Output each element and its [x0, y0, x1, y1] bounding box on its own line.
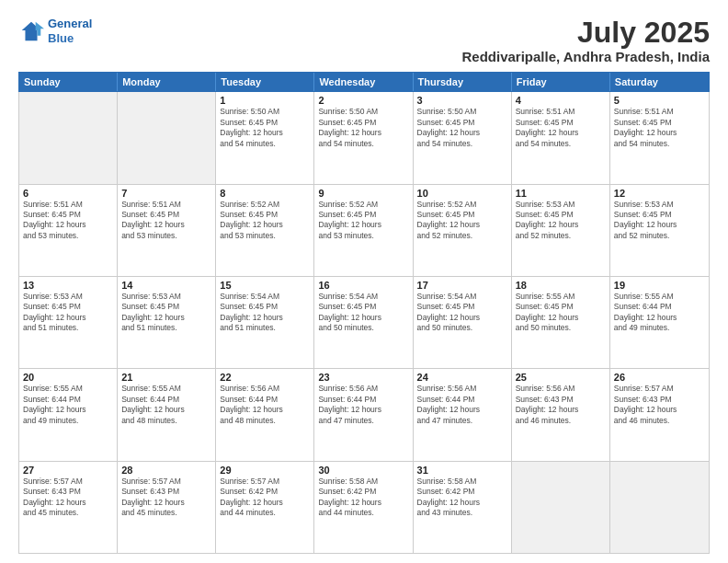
- day-info: Sunrise: 5:54 AM Sunset: 6:45 PM Dayligh…: [220, 292, 310, 334]
- day-info: Sunrise: 5:57 AM Sunset: 6:42 PM Dayligh…: [220, 477, 310, 519]
- calendar-cell: 21Sunrise: 5:55 AM Sunset: 6:44 PM Dayli…: [118, 369, 216, 460]
- day-number: 1: [220, 95, 310, 106]
- logo: General Blue: [18, 17, 92, 45]
- calendar-cell: 30Sunrise: 5:58 AM Sunset: 6:42 PM Dayli…: [314, 462, 413, 553]
- day-number: 17: [417, 280, 507, 291]
- calendar-row-3: 13Sunrise: 5:53 AM Sunset: 6:45 PM Dayli…: [19, 277, 709, 369]
- day-info: Sunrise: 5:53 AM Sunset: 6:45 PM Dayligh…: [614, 200, 705, 242]
- calendar-cell: 27Sunrise: 5:57 AM Sunset: 6:43 PM Dayli…: [19, 462, 118, 553]
- day-number: 11: [516, 188, 606, 199]
- calendar-cell: 14Sunrise: 5:53 AM Sunset: 6:45 PM Dayli…: [118, 277, 216, 368]
- calendar-cell: 18Sunrise: 5:55 AM Sunset: 6:45 PM Dayli…: [512, 277, 610, 368]
- calendar-cell: 4Sunrise: 5:51 AM Sunset: 6:45 PM Daylig…: [512, 92, 610, 183]
- header-day-monday: Monday: [118, 73, 216, 91]
- day-info: Sunrise: 5:57 AM Sunset: 6:43 PM Dayligh…: [121, 477, 211, 519]
- day-info: Sunrise: 5:56 AM Sunset: 6:44 PM Dayligh…: [220, 384, 310, 426]
- calendar-cell: 15Sunrise: 5:54 AM Sunset: 6:45 PM Dayli…: [216, 277, 314, 368]
- day-info: Sunrise: 5:56 AM Sunset: 6:44 PM Dayligh…: [417, 384, 507, 426]
- calendar-cell: 20Sunrise: 5:55 AM Sunset: 6:44 PM Dayli…: [19, 369, 118, 460]
- calendar-cell: 23Sunrise: 5:56 AM Sunset: 6:44 PM Dayli…: [314, 369, 413, 460]
- logo-line2: Blue: [48, 31, 74, 45]
- calendar-cell: 24Sunrise: 5:56 AM Sunset: 6:44 PM Dayli…: [414, 369, 512, 460]
- day-info: Sunrise: 5:57 AM Sunset: 6:43 PM Dayligh…: [23, 477, 113, 519]
- day-number: 2: [318, 95, 408, 106]
- calendar-cell: 28Sunrise: 5:57 AM Sunset: 6:43 PM Dayli…: [118, 462, 216, 553]
- calendar-cell: 25Sunrise: 5:56 AM Sunset: 6:43 PM Dayli…: [512, 369, 610, 460]
- day-info: Sunrise: 5:55 AM Sunset: 6:45 PM Dayligh…: [516, 292, 606, 334]
- day-number: 16: [318, 280, 408, 291]
- day-info: Sunrise: 5:58 AM Sunset: 6:42 PM Dayligh…: [318, 477, 408, 519]
- calendar-cell: 16Sunrise: 5:54 AM Sunset: 6:45 PM Dayli…: [314, 277, 413, 368]
- logo-line1: General: [48, 17, 92, 30]
- calendar-cell: 12Sunrise: 5:53 AM Sunset: 6:45 PM Dayli…: [610, 185, 709, 276]
- day-info: Sunrise: 5:55 AM Sunset: 6:44 PM Dayligh…: [614, 292, 705, 334]
- day-number: 12: [614, 188, 705, 199]
- calendar-cell: 17Sunrise: 5:54 AM Sunset: 6:45 PM Dayli…: [414, 277, 512, 368]
- day-info: Sunrise: 5:52 AM Sunset: 6:45 PM Dayligh…: [417, 200, 507, 242]
- day-info: Sunrise: 5:58 AM Sunset: 6:42 PM Dayligh…: [417, 477, 507, 519]
- day-number: 26: [614, 372, 705, 383]
- day-info: Sunrise: 5:50 AM Sunset: 6:45 PM Dayligh…: [318, 107, 408, 149]
- calendar-cell: 22Sunrise: 5:56 AM Sunset: 6:44 PM Dayli…: [216, 369, 314, 460]
- day-number: 10: [417, 188, 507, 199]
- day-number: 15: [220, 280, 310, 291]
- calendar-cell: 6Sunrise: 5:51 AM Sunset: 6:45 PM Daylig…: [19, 185, 118, 276]
- logo-icon: [18, 18, 44, 44]
- calendar-cell: 29Sunrise: 5:57 AM Sunset: 6:42 PM Dayli…: [216, 462, 314, 553]
- day-info: Sunrise: 5:53 AM Sunset: 6:45 PM Dayligh…: [516, 200, 606, 242]
- day-info: Sunrise: 5:52 AM Sunset: 6:45 PM Dayligh…: [318, 200, 408, 242]
- month-title: July 2025: [461, 17, 710, 49]
- day-info: Sunrise: 5:56 AM Sunset: 6:43 PM Dayligh…: [516, 384, 606, 426]
- day-number: 8: [220, 188, 310, 199]
- calendar-header: SundayMondayTuesdayWednesdayThursdayFrid…: [18, 72, 710, 92]
- day-info: Sunrise: 5:51 AM Sunset: 6:45 PM Dayligh…: [121, 200, 211, 242]
- day-info: Sunrise: 5:55 AM Sunset: 6:44 PM Dayligh…: [121, 384, 211, 426]
- calendar-cell: 19Sunrise: 5:55 AM Sunset: 6:44 PM Dayli…: [610, 277, 709, 368]
- day-number: 6: [23, 188, 113, 199]
- calendar-cell: 1Sunrise: 5:50 AM Sunset: 6:45 PM Daylig…: [216, 92, 314, 183]
- day-info: Sunrise: 5:56 AM Sunset: 6:44 PM Dayligh…: [318, 384, 408, 426]
- day-number: 3: [417, 95, 507, 106]
- calendar-row-2: 6Sunrise: 5:51 AM Sunset: 6:45 PM Daylig…: [19, 185, 709, 277]
- day-info: Sunrise: 5:54 AM Sunset: 6:45 PM Dayligh…: [318, 292, 408, 334]
- day-number: 29: [220, 465, 310, 476]
- calendar-cell: 11Sunrise: 5:53 AM Sunset: 6:45 PM Dayli…: [512, 185, 610, 276]
- calendar-cell: 31Sunrise: 5:58 AM Sunset: 6:42 PM Dayli…: [414, 462, 512, 553]
- day-info: Sunrise: 5:53 AM Sunset: 6:45 PM Dayligh…: [23, 292, 113, 334]
- day-number: 27: [23, 465, 113, 476]
- calendar-cell: 26Sunrise: 5:57 AM Sunset: 6:43 PM Dayli…: [610, 369, 709, 460]
- calendar-body: 1Sunrise: 5:50 AM Sunset: 6:45 PM Daylig…: [18, 92, 710, 554]
- day-info: Sunrise: 5:55 AM Sunset: 6:44 PM Dayligh…: [23, 384, 113, 426]
- logo-text: General Blue: [48, 17, 92, 45]
- header-day-tuesday: Tuesday: [216, 73, 314, 91]
- header-day-wednesday: Wednesday: [314, 73, 413, 91]
- day-info: Sunrise: 5:53 AM Sunset: 6:45 PM Dayligh…: [121, 292, 211, 334]
- calendar-cell: 2Sunrise: 5:50 AM Sunset: 6:45 PM Daylig…: [314, 92, 413, 183]
- calendar-cell: [610, 462, 709, 553]
- day-info: Sunrise: 5:54 AM Sunset: 6:45 PM Dayligh…: [417, 292, 507, 334]
- calendar: SundayMondayTuesdayWednesdayThursdayFrid…: [18, 72, 710, 554]
- day-info: Sunrise: 5:52 AM Sunset: 6:45 PM Dayligh…: [220, 200, 310, 242]
- calendar-cell: 5Sunrise: 5:51 AM Sunset: 6:45 PM Daylig…: [610, 92, 709, 183]
- calendar-row-1: 1Sunrise: 5:50 AM Sunset: 6:45 PM Daylig…: [19, 92, 709, 184]
- calendar-cell: [512, 462, 610, 553]
- day-number: 21: [121, 372, 211, 383]
- day-info: Sunrise: 5:51 AM Sunset: 6:45 PM Dayligh…: [23, 200, 113, 242]
- day-number: 4: [516, 95, 606, 106]
- day-info: Sunrise: 5:50 AM Sunset: 6:45 PM Dayligh…: [220, 107, 310, 149]
- day-number: 20: [23, 372, 113, 383]
- day-number: 25: [516, 372, 606, 383]
- calendar-cell: 3Sunrise: 5:50 AM Sunset: 6:45 PM Daylig…: [414, 92, 512, 183]
- day-info: Sunrise: 5:51 AM Sunset: 6:45 PM Dayligh…: [516, 107, 606, 149]
- title-block: July 2025 Reddivaripalle, Andhra Pradesh…: [461, 17, 710, 64]
- day-number: 13: [23, 280, 113, 291]
- calendar-cell: [118, 92, 216, 183]
- day-info: Sunrise: 5:57 AM Sunset: 6:43 PM Dayligh…: [614, 384, 705, 426]
- calendar-row-4: 20Sunrise: 5:55 AM Sunset: 6:44 PM Dayli…: [19, 369, 709, 461]
- day-number: 14: [121, 280, 211, 291]
- header-day-saturday: Saturday: [610, 73, 709, 91]
- day-number: 30: [318, 465, 408, 476]
- day-info: Sunrise: 5:51 AM Sunset: 6:45 PM Dayligh…: [614, 107, 705, 149]
- calendar-cell: 8Sunrise: 5:52 AM Sunset: 6:45 PM Daylig…: [216, 185, 314, 276]
- calendar-cell: [19, 92, 118, 183]
